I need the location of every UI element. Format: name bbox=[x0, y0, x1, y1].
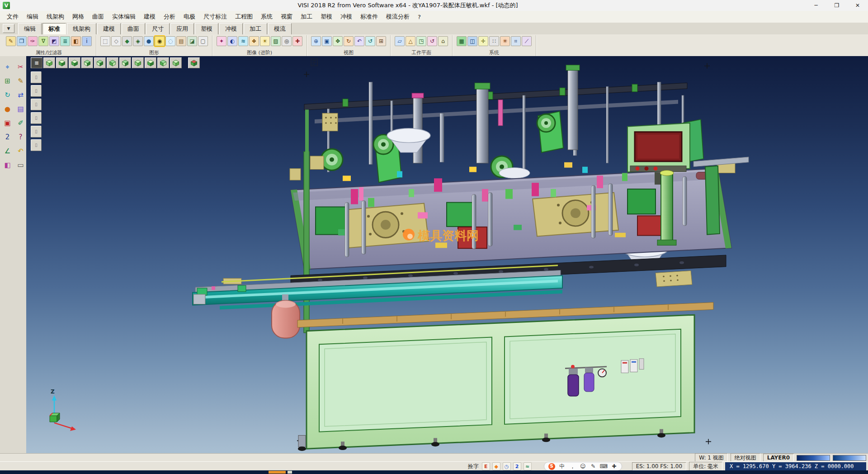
menu-modeling[interactable]: 建模 bbox=[140, 11, 160, 22]
element-info-icon[interactable]: i bbox=[82, 36, 92, 46]
layers-icon[interactable]: ▤ bbox=[15, 104, 27, 114]
hidden-line-display-icon[interactable]: ◇ bbox=[111, 36, 121, 46]
view-left-icon[interactable] bbox=[119, 57, 131, 68]
tray-network-icon[interactable]: ≈ bbox=[524, 462, 532, 470]
tab-surface[interactable]: 曲面 bbox=[122, 23, 145, 35]
color-filter-icon[interactable]: ◧ bbox=[71, 36, 81, 46]
system-settings-icon[interactable]: ⌗ bbox=[511, 36, 521, 46]
menu-system[interactable]: 系统 bbox=[257, 11, 277, 22]
color-palette-icon[interactable]: ▦ bbox=[457, 36, 467, 46]
undo-icon[interactable]: ↶ bbox=[15, 146, 27, 156]
ime-emoji-icon[interactable]: ☺ bbox=[580, 463, 586, 470]
dynamic-shading-icon[interactable]: ◉ bbox=[155, 36, 165, 46]
view-right-icon[interactable] bbox=[107, 57, 118, 68]
selection-filter-icon[interactable]: ◩ bbox=[49, 36, 59, 46]
edge-display-icon[interactable]: ▢ bbox=[198, 36, 208, 46]
element-filter-icon[interactable]: ∇ bbox=[38, 36, 48, 46]
view-top-icon[interactable] bbox=[56, 57, 68, 68]
calculator-icon[interactable]: 2 bbox=[2, 132, 14, 142]
quick-slot-button-3[interactable]: ▯ bbox=[31, 99, 42, 110]
taskbar-highlight-2[interactable] bbox=[288, 471, 292, 474]
workplane-standard-icon[interactable]: ▱ bbox=[395, 36, 405, 46]
tray-clock-icon[interactable]: ◷ bbox=[503, 462, 511, 470]
tab-standard[interactable]: 标准 bbox=[42, 23, 66, 35]
copy-attributes-icon[interactable]: ❐ bbox=[17, 36, 27, 46]
menu-moldflow[interactable]: 模流分析 bbox=[382, 11, 414, 22]
menu-dimension[interactable]: 尺寸标注 bbox=[199, 11, 231, 22]
refresh-view-icon[interactable]: ↺ bbox=[365, 36, 375, 46]
rotate-model-icon[interactable]: ↻ bbox=[2, 90, 14, 100]
menu-electrode[interactable]: 电极 bbox=[179, 11, 199, 22]
menu-mesh[interactable]: 网格 bbox=[68, 11, 88, 22]
material-icon[interactable]: ❖ bbox=[249, 36, 259, 46]
menu-drafting[interactable]: 工程图 bbox=[231, 11, 257, 22]
ime-punct-icon[interactable]: ， bbox=[569, 463, 576, 470]
active-layer-indicator[interactable]: LAYER0 bbox=[763, 454, 794, 462]
tray-flame-icon[interactable]: ◆ bbox=[492, 462, 500, 470]
view-dimetric-icon[interactable] bbox=[170, 57, 182, 68]
maximize-button[interactable]: ❐ bbox=[826, 0, 847, 11]
workplane-3points-icon[interactable]: △ bbox=[406, 36, 415, 46]
tab-application[interactable]: 应用 bbox=[170, 23, 194, 35]
transparency-icon[interactable]: ◌ bbox=[165, 36, 175, 46]
display-settings-icon[interactable]: ◫ bbox=[467, 36, 477, 46]
menu-mold[interactable]: 塑模 bbox=[316, 11, 336, 22]
background-icon[interactable]: ▨ bbox=[271, 36, 281, 46]
ime-tool-icon[interactable]: ✚ bbox=[611, 463, 618, 470]
reflection-icon[interactable]: ≋ bbox=[238, 36, 248, 46]
texture-display-icon[interactable]: ▤ bbox=[176, 36, 186, 46]
view-custom-icon[interactable] bbox=[188, 57, 200, 68]
tab-wireframe[interactable]: 线架构 bbox=[67, 23, 96, 35]
snap-grid-icon[interactable]: ⊞ bbox=[2, 76, 14, 86]
shortcut-settings-icon[interactable]: ⟋ bbox=[522, 36, 532, 46]
menu-machining[interactable]: 加工 bbox=[297, 11, 316, 22]
sogou-logo-icon[interactable]: S bbox=[548, 463, 555, 470]
quick-slot-button-6[interactable]: ▯ bbox=[31, 139, 42, 151]
view-iso-front-icon[interactable] bbox=[132, 57, 144, 68]
camera-icon[interactable]: ◎ bbox=[282, 36, 292, 46]
trim-icon[interactable]: ✂ bbox=[15, 62, 27, 72]
zoom-extents-icon[interactable]: ▣ bbox=[322, 36, 332, 46]
ime-keyboard-icon[interactable]: ⌨ bbox=[600, 463, 607, 470]
menu-file[interactable]: 文件 bbox=[3, 11, 23, 22]
tab-edit[interactable]: 编辑 bbox=[18, 23, 42, 35]
lighting-icon[interactable]: ☀ bbox=[260, 36, 270, 46]
tray-editor-icon[interactable]: E bbox=[482, 462, 490, 470]
menu-solid-edit[interactable]: 实体编辑 bbox=[108, 11, 140, 22]
view-back-icon[interactable] bbox=[94, 57, 106, 68]
menu-wireframe[interactable]: 线架构 bbox=[42, 11, 68, 22]
ucs-icon[interactable]: ✳ bbox=[500, 36, 510, 46]
menu-edit[interactable]: 编辑 bbox=[23, 11, 42, 22]
previous-view-icon[interactable]: ↶ bbox=[354, 36, 364, 46]
measure-icon[interactable]: ∠ bbox=[2, 146, 14, 156]
shaded-edges-display-icon[interactable]: ◈ bbox=[133, 36, 143, 46]
view-bottom-icon[interactable] bbox=[69, 57, 80, 68]
snap-settings-icon[interactable]: ✛ bbox=[478, 36, 488, 46]
workplane-reset-icon[interactable]: ⌂ bbox=[438, 36, 448, 46]
render-settings-icon[interactable]: ✦ bbox=[217, 36, 226, 46]
ime-mode-icon[interactable]: 中 bbox=[559, 463, 566, 470]
menu-window[interactable]: 视窗 bbox=[277, 11, 297, 22]
edit-geometry-icon[interactable]: ✐ bbox=[15, 118, 27, 128]
menu-surface[interactable]: 曲面 bbox=[88, 11, 108, 22]
align-view-icon[interactable]: ⇄ bbox=[15, 90, 27, 100]
ime-pen-icon[interactable]: ✎ bbox=[590, 463, 597, 470]
view-menu-icon[interactable]: ≡ bbox=[31, 57, 42, 68]
tab-dimension[interactable]: 尺寸 bbox=[146, 23, 170, 35]
menu-help[interactable]: ? bbox=[414, 12, 425, 22]
tab-modeling[interactable]: 建模 bbox=[97, 23, 121, 35]
workplane-rotate-icon[interactable]: ↺ bbox=[427, 36, 437, 46]
shadow-toggle-icon[interactable]: ◐ bbox=[227, 36, 237, 46]
plot-icon[interactable]: ▭ bbox=[15, 160, 27, 171]
wireframe-display-icon[interactable]: ⬚ bbox=[100, 36, 110, 46]
snapshot-icon[interactable]: ✚ bbox=[292, 36, 302, 46]
view-iso-icon[interactable] bbox=[43, 57, 55, 68]
rendered-display-icon[interactable]: ● bbox=[144, 36, 154, 46]
help-icon[interactable]: ? bbox=[15, 132, 27, 142]
workplane-on-face-icon[interactable]: ◳ bbox=[416, 36, 426, 46]
shaded-display-icon[interactable]: ◆ bbox=[122, 36, 132, 46]
toolbar-list-dropdown[interactable]: ▼ bbox=[3, 24, 14, 33]
rotate-view-icon[interactable]: ↻ bbox=[344, 36, 354, 46]
zoom-window-icon[interactable]: ⊕ bbox=[311, 36, 321, 46]
tab-moldflow[interactable]: 模流 bbox=[268, 23, 292, 35]
